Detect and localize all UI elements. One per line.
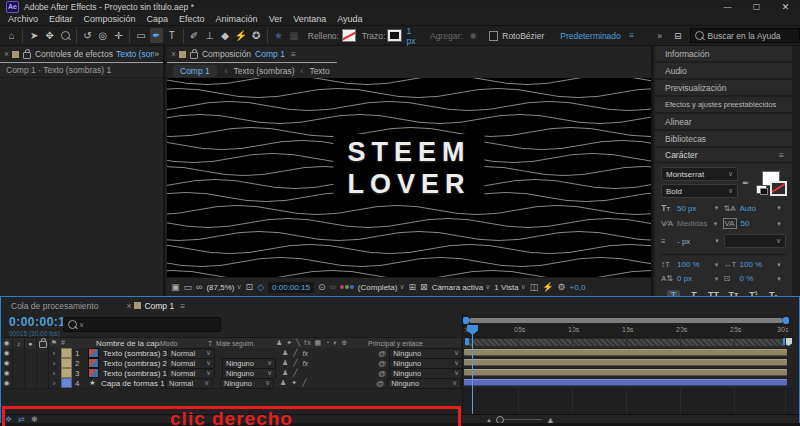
layer-name[interactable]: Capa de formas 1 (101, 379, 165, 388)
minimize-button[interactable]: — (713, 0, 742, 13)
panel-tab-informacion[interactable]: Información (655, 46, 792, 61)
menu-ver[interactable]: Ver (269, 14, 283, 24)
layer-duration-bar-2[interactable] (464, 359, 787, 366)
rotobrush-tool-icon[interactable]: ⚡ (234, 28, 247, 43)
shy-icon[interactable]: ♟ (282, 359, 288, 367)
shy-icon[interactable]: ♟ (282, 369, 288, 377)
quality-icon[interactable]: ╱ (293, 369, 297, 377)
zoom-tool-icon[interactable] (58, 28, 71, 43)
effect-controls-tab[interactable]: × Controles de efectos Texto (sombra » (0, 46, 163, 62)
visibility-eye-icon[interactable]: ◉ (1, 348, 13, 358)
font-size-value[interactable]: 50 px (677, 204, 714, 213)
transparency-grid-icon[interactable]: ⊠ (420, 282, 428, 292)
shy-icon[interactable]: ♟ (280, 379, 286, 387)
close-icon[interactable]: × (4, 49, 9, 59)
visibility-eye-icon[interactable]: ◉ (1, 378, 13, 388)
active-camera-dropdown[interactable]: Cámara activa∨ (432, 283, 491, 292)
pixel-aspect-icon[interactable]: ◫ (530, 282, 539, 292)
fast-previews-icon[interactable]: ⚡ (542, 282, 553, 292)
dropdown-tri-icon[interactable]: ▼ (776, 221, 786, 227)
baseline-shift-value[interactable]: 0 px (677, 274, 714, 283)
fx-badge[interactable]: fx (303, 360, 308, 367)
menu-ventana[interactable]: Ventana (293, 14, 326, 24)
layer-name[interactable]: Texto (sombras) 2 (103, 359, 167, 368)
panel-tab-alinear[interactable]: Alinear (655, 114, 792, 129)
puppet-tool-icon[interactable]: ✪ (249, 28, 262, 43)
label-color-swatch[interactable] (61, 378, 72, 388)
maximize-button[interactable]: ▢ (742, 0, 771, 13)
timeline-button-icon[interactable]: ⚙ (558, 282, 566, 292)
track-matte-dropdown[interactable]: Ninguno∨ (220, 378, 274, 389)
horizontal-scale-value[interactable]: 100 % (740, 260, 777, 269)
visibility-eye-icon[interactable]: ◉ (1, 368, 13, 378)
navigator-end-handle[interactable] (783, 317, 789, 324)
close-icon[interactable]: × (126, 301, 131, 311)
panel-tab-efectos-preestablecidos[interactable]: Efectos y ajustes preestablecidos (655, 97, 792, 112)
camera-tool-icon[interactable]: ◎ (96, 28, 109, 43)
twirl-icon[interactable]: › (49, 349, 59, 358)
type-tool-icon[interactable]: T (165, 28, 178, 43)
primary-viewer-icon[interactable]: ▭ (184, 282, 193, 292)
text-color-swatches[interactable] (756, 171, 786, 195)
resolution-dropdown[interactable]: (Completa)∨ (358, 283, 405, 292)
dropdown-tri-icon[interactable]: ▼ (714, 262, 724, 268)
panel-tab-bibliotecas[interactable]: Bibliotecas (655, 131, 792, 146)
default-colors-swatch[interactable] (756, 185, 767, 194)
lock-icon[interactable] (23, 52, 31, 59)
channel-settings-icon[interactable] (340, 285, 354, 289)
menu-efecto[interactable]: Efecto (179, 14, 205, 24)
zoom-slider[interactable] (496, 419, 542, 420)
quality-icon[interactable]: ╱ (293, 349, 297, 357)
hand-tool-icon[interactable]: ✥ (43, 28, 56, 43)
add-icon[interactable]: ◉ (467, 28, 480, 43)
stroke-width-value[interactable]: 1 px (407, 26, 421, 46)
render-queue-tab[interactable]: Cola de procesamiento (11, 301, 98, 311)
pickwhip-icon[interactable]: @ (378, 369, 386, 378)
show-snapshot-icon[interactable]: ∞ (329, 282, 335, 292)
dropdown-tri-icon[interactable]: ▼ (714, 205, 724, 211)
toolbar-overflow-chevrons[interactable]: » (657, 31, 662, 41)
pen-tool-icon[interactable]: ✒ (150, 28, 163, 43)
menu-composicion[interactable]: Composición (84, 14, 136, 24)
rotobezier-checkbox[interactable] (489, 31, 498, 41)
navigator-bar[interactable] (469, 318, 783, 323)
pickwhip-icon[interactable]: @ (378, 349, 386, 358)
zoom-out-mountain-icon[interactable]: ▲ (486, 417, 492, 423)
dropdown-tri-icon[interactable]: ▼ (776, 262, 786, 268)
vertical-scale-value[interactable]: 100 % (677, 260, 714, 269)
label-color-swatch[interactable] (61, 348, 72, 358)
stroke-type-dropdown[interactable]: ∨ (724, 234, 786, 248)
channel-glasses-icon[interactable]: ∞ (196, 282, 202, 292)
panel-tab-previsualizacion[interactable]: Previsualización (655, 80, 792, 95)
panel-menu-icon[interactable]: ≡ (779, 150, 784, 160)
layer-duration-bar-1[interactable] (464, 349, 787, 356)
dropdown-tri-icon[interactable]: ▼ (776, 276, 786, 282)
menu-archivo[interactable]: Archivo (8, 14, 38, 24)
table-row-layer-4[interactable]: ◉ › 4 ★ Capa de formas 1 Normal∨ Ninguno… (1, 378, 461, 389)
dropdown-tri-icon[interactable]: ▼ (714, 238, 724, 244)
blend-mode-dropdown[interactable]: Normal∨ (165, 378, 213, 389)
close-icon[interactable]: × (171, 49, 176, 59)
navigator-start-handle[interactable] (463, 317, 469, 324)
tsume-value[interactable]: 0 % (740, 274, 777, 283)
menu-ayuda[interactable]: Ayuda (337, 14, 362, 24)
font-style-dropdown[interactable]: Bold∨ (661, 184, 738, 198)
home-icon[interactable]: ⌂ (5, 28, 18, 43)
grid-options-icon[interactable]: ▦ (287, 28, 300, 43)
time-navigator[interactable] (463, 318, 789, 323)
label-color-swatch[interactable] (61, 368, 72, 378)
pan-behind-tool-icon[interactable]: ✛ (112, 28, 125, 43)
brush-tool-icon[interactable]: ✐ (187, 28, 200, 43)
font-family-dropdown[interactable]: Montserrat∨ (661, 167, 738, 181)
stroke-width-value[interactable]: - px (677, 237, 714, 246)
pickwhip-icon[interactable]: @ (378, 359, 386, 368)
fx-badge[interactable]: fx (303, 350, 308, 357)
menu-capa[interactable]: Capa (147, 14, 169, 24)
parent-dropdown[interactable]: Ninguno∨ (387, 378, 461, 389)
timeline-comp-tab[interactable]: Comp 1 (144, 301, 174, 311)
composition-tab[interactable]: × Composición Comp 1 ≡ (167, 46, 651, 62)
tracking-value[interactable]: 50 (741, 219, 777, 228)
text-stroke-swatch[interactable] (770, 181, 787, 196)
panel-tab-audio[interactable]: Audio (655, 63, 792, 78)
layer-duration-bar-3[interactable] (464, 369, 787, 376)
